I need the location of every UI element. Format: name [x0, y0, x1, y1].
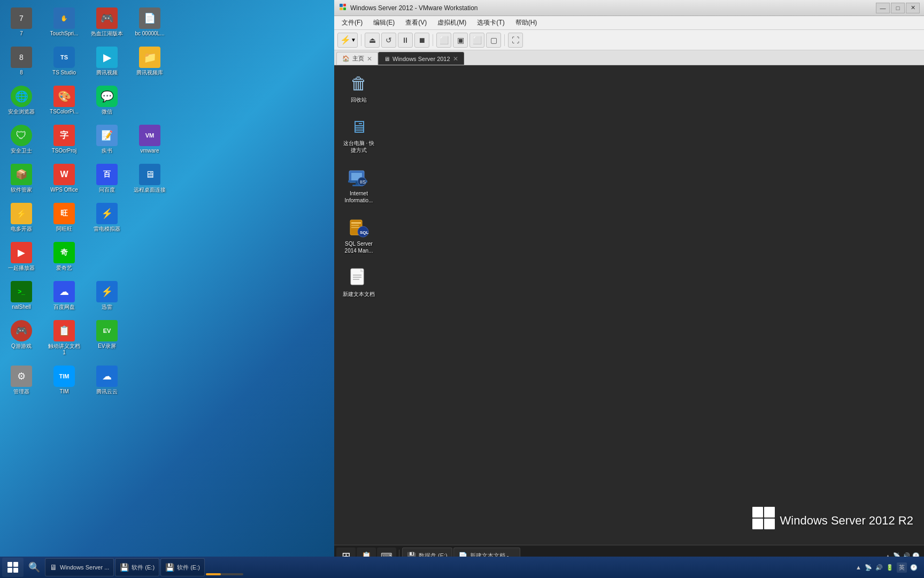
desktop-icon-empty7a	[88, 240, 126, 273]
minimize-button[interactable]: —	[876, 3, 890, 13]
menu-tabs[interactable]: 选项卡(T)	[472, 17, 510, 28]
svg-rect-24	[752, 519, 763, 529]
desktop-icon-tscolor[interactable]: 🎨 TSColorPi...	[45, 83, 83, 117]
desktop-icon-360[interactable]: 🛡 安全卫士	[3, 123, 40, 156]
vmware-toolbar: ⚡ ▼ ⏏ ↺ ⏸ ⏹ ⬜ ▣ ⬜ ▢ ⛶	[334, 30, 924, 50]
svg-rect-26	[7, 562, 12, 567]
tray-battery-icon: 🔋	[886, 564, 894, 571]
desktop-icon-empty6	[131, 201, 168, 234]
host-taskbar-search[interactable]: 🔍	[25, 558, 44, 576]
toolbar-resume-btn[interactable]: ↺	[381, 33, 396, 48]
drive-e1-icon: 💾	[120, 563, 129, 572]
desktop-icon-multiopen[interactable]: ⚡ 电多开器	[3, 201, 40, 234]
desktop-icon-wechat[interactable]: 💬 微信	[88, 83, 126, 117]
vmware-window-icon	[338, 3, 347, 13]
textfile-icon	[348, 267, 369, 288]
desktop-icon-doc[interactable]: 📋 触动讲义文档1	[45, 318, 83, 358]
close-button[interactable]: ✕	[906, 3, 920, 13]
vm-icon-recycle[interactable]: 🗑 回收站	[340, 71, 378, 105]
clock-display: 🕐	[910, 564, 918, 571]
toolbar-fullscreen-btn[interactable]: ⛶	[508, 33, 523, 48]
vmware-window: Windows Server 2012 - VMware Workstation…	[334, 0, 924, 578]
textfile-label: 新建文本文档	[343, 291, 375, 298]
desktop-icon-bc[interactable]: 📄 bc 00000L...	[131, 5, 168, 39]
desktop-icon-jishu[interactable]: 📝 疾书	[88, 123, 126, 156]
drive-e2-icon: 💾	[165, 563, 174, 572]
desktop-icon-num7[interactable]: 7 7	[3, 5, 40, 39]
vm-icon-sql[interactable]: SQL SQL Server2014 Man...	[340, 215, 378, 256]
desktop-icon-tsocr[interactable]: 字 TSOcrProj	[45, 123, 83, 156]
desktop-icon-nalshell[interactable]: >_ nalShell	[3, 279, 40, 313]
svg-text:IIS: IIS	[360, 179, 366, 185]
vm-icon-iis[interactable]: IIS InternetInformatio...	[340, 164, 378, 206]
toolbar-eject-btn[interactable]: ⏏	[365, 33, 380, 48]
computer-icon: 🖥	[348, 116, 369, 138]
toolbar-view4-btn[interactable]: ▢	[486, 33, 501, 48]
menu-vm[interactable]: 虚拟机(M)	[432, 17, 472, 28]
home-tab-close[interactable]: ✕	[367, 55, 372, 63]
desktop-icon-ldemu[interactable]: ⚡ 雷电模拟器	[88, 201, 126, 234]
svg-rect-28	[7, 568, 12, 573]
toolbar-view2-btn[interactable]: ▣	[453, 33, 468, 48]
vm-icon-computer[interactable]: 🖥 这台电脑 · 快捷方式	[340, 114, 378, 156]
desktop-icon-qqvideo[interactable]: ▶ 腾讯视频	[88, 44, 126, 78]
ws-logo: Windows Server 2012 R2	[752, 507, 913, 534]
desktop-icon-wps[interactable]: W WPS Office	[45, 162, 83, 195]
sql-icon: SQL	[348, 217, 369, 238]
desktop-icon-txcloud[interactable]: ☁ 腾讯云云	[88, 363, 126, 397]
desktop-icon-baidupan[interactable]: ☁ 百度网盘	[45, 279, 83, 313]
host-taskbar: 🔍 🖥 Windows Server ... 💾 软件 (E:) 💾 软件 (E…	[0, 557, 924, 578]
host-taskbar-vmware[interactable]: 🖥 Windows Server ...	[45, 558, 114, 576]
ws-tab-close[interactable]: ✕	[453, 55, 458, 63]
tray-network-icon: 📡	[865, 564, 872, 571]
menu-file[interactable]: 文件(F)	[336, 17, 368, 28]
toolbar-pause-btn[interactable]: ⏸	[398, 33, 413, 48]
desktop-icon-awwang[interactable]: 旺 阿旺旺	[45, 201, 83, 234]
desktop-icon-qgame[interactable]: 🎮 Q游游戏	[3, 318, 40, 358]
desktop-icon-tsstudio[interactable]: TS TS Studio	[45, 44, 83, 78]
desktop-icon-empty3	[131, 83, 168, 117]
desktop-icon-vmware[interactable]: VM vmware	[131, 123, 168, 156]
host-desktop-icons: 7 7 ✋ TouchSpri... 🎮 热血江湖版本 📄 bc 00000L.…	[0, 0, 171, 402]
menu-view[interactable]: 查看(V)	[400, 17, 432, 28]
vmware-task-icon: 🖥	[50, 563, 57, 572]
svg-rect-1	[343, 4, 346, 6]
desktop-icon-mgr[interactable]: ⚙ 管理器	[3, 363, 40, 397]
host-taskbar-drive-e2[interactable]: 💾 软件 (E:)	[160, 558, 205, 576]
desktop-icon-game[interactable]: 🎮 热血江湖版本	[88, 5, 126, 39]
maximize-button[interactable]: □	[891, 3, 905, 13]
vmware-title: Windows Server 2012 - VMware Workstation	[350, 4, 876, 12]
tray-show-icons[interactable]: ▲	[856, 564, 861, 571]
toolbar-separator-2	[433, 34, 433, 46]
desktop-icon-qqvideofolder[interactable]: 📁 腾讯视频库	[131, 44, 168, 78]
svg-rect-12	[351, 222, 361, 224]
desktop-icon-browser[interactable]: 🌐 安全浏览器	[3, 83, 40, 117]
desktop-icon-player[interactable]: ▶ 一起播放器	[3, 240, 40, 273]
toolbar-view3-btn[interactable]: ⬜	[469, 33, 484, 48]
desktop-icon-empty9	[131, 318, 168, 358]
toolbar-dropdown[interactable]: ⚡ ▼	[337, 33, 358, 48]
desktop-icon-rdp[interactable]: 🖥 远程桌面连接	[131, 162, 168, 195]
sql-label: SQL Server2014 Man...	[345, 240, 373, 254]
desktop-icon-num8[interactable]: 8 8	[3, 44, 40, 78]
host-taskbar-drive-e1[interactable]: 💾 软件 (E:)	[115, 558, 159, 576]
vm-icon-textfile[interactable]: 新建文本文档	[340, 265, 378, 300]
host-start-button[interactable]	[2, 558, 24, 577]
desktop-icon-tim[interactable]: TIM TIM	[45, 363, 83, 397]
toolbar-view1-btn[interactable]: ⬜	[436, 33, 451, 48]
vmware-task-label: Windows Server ...	[60, 564, 109, 571]
vm-desktop-background	[334, 65, 924, 566]
desktop-icon-evscreen[interactable]: EV EV录屏	[88, 318, 126, 358]
desktop-icon-softmgr[interactable]: 📦 软件管家	[3, 162, 40, 195]
desktop-icon-iqiyi[interactable]: 奇 爱奇艺	[45, 240, 83, 273]
desktop-icon-xunlei[interactable]: ⚡ 迅雷	[88, 279, 126, 313]
menu-edit[interactable]: 编辑(E)	[368, 17, 400, 28]
tray-lang[interactable]: 英	[897, 562, 907, 573]
desktop-icon-touchspr[interactable]: ✋ TouchSpri...	[45, 5, 83, 39]
vm-desktop[interactable]: 🗑 回收站 🖥 这台电脑 · 快捷方式 IIS	[334, 65, 924, 566]
toolbar-stop-btn[interactable]: ⏹	[414, 33, 429, 48]
desktop-icon-wenbaidu[interactable]: 百 问百度	[88, 162, 126, 195]
tab-windows-server[interactable]: 🖥 Windows Server 2012 ✕	[378, 52, 464, 65]
tab-home[interactable]: 🏠 主页 ✕	[336, 52, 378, 65]
menu-help[interactable]: 帮助(H)	[510, 17, 543, 28]
